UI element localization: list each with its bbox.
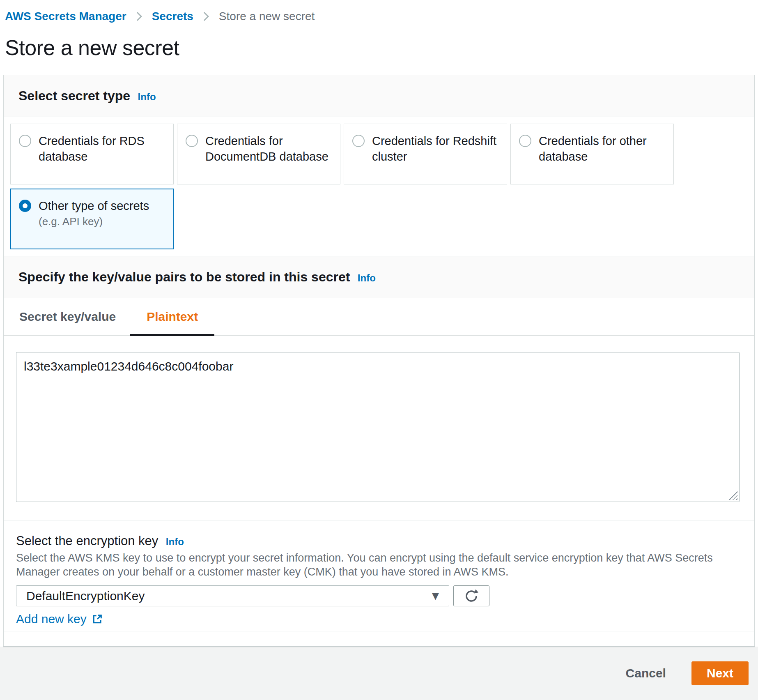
breadcrumb-chevron-icon: [202, 11, 210, 22]
keyvalue-section-header: Specify the key/value pairs to be stored…: [4, 256, 754, 298]
tab-secret-keyvalue[interactable]: Secret key/value: [4, 298, 130, 335]
plaintext-tab-panel: l33te3xample01234d646c8c004foobar: [4, 336, 754, 520]
refresh-keys-button[interactable]: [453, 585, 489, 606]
page-content: AWS Secrets Manager Secrets Store a new …: [0, 0, 758, 647]
radio-tile-label: Credentials for other database: [539, 133, 665, 164]
breadcrumb-chevron-icon: [136, 11, 143, 22]
radio-tile-label: Credentials for Redshift cluster: [372, 133, 498, 164]
keyvalue-section-heading: Specify the key/value pairs to be stored…: [18, 269, 350, 284]
plaintext-secret-textarea[interactable]: l33te3xample01234d646c8c004foobar: [16, 352, 740, 502]
keyvalue-section-info-link[interactable]: Info: [358, 272, 376, 283]
card-footer-strip: [4, 631, 754, 646]
radio-tile-redshift-cluster[interactable]: Credentials for Redshift cluster: [344, 124, 507, 184]
radio-tile-label: Other type of secrets: [39, 199, 149, 212]
encryption-key-select[interactable]: DefaultEncryptionKey ▼: [16, 585, 449, 606]
add-new-key-link[interactable]: Add new key: [16, 612, 103, 626]
encryption-key-selected-value: DefaultEncryptionKey: [26, 589, 145, 603]
next-button[interactable]: Next: [691, 661, 749, 685]
chevron-down-icon: ▼: [432, 591, 439, 601]
page-title: Store a new secret: [5, 35, 755, 60]
add-new-key-label: Add new key: [16, 612, 87, 626]
store-secret-card: Select secret type Info Credentials for …: [3, 75, 755, 647]
radio-tile-other-type-of-secrets[interactable]: Other type of secrets (e.g. API key): [10, 189, 174, 249]
secret-type-options: Credentials for RDS database Credentials…: [4, 117, 754, 256]
breadcrumb-link-secrets-manager[interactable]: AWS Secrets Manager: [5, 10, 126, 23]
radio-tile-other-database[interactable]: Credentials for other database: [510, 124, 674, 184]
radio-button-icon[interactable]: [19, 135, 31, 147]
encryption-key-info-link[interactable]: Info: [166, 536, 184, 547]
radio-tile-documentdb-database[interactable]: Credentials for DocumentDB database: [177, 124, 340, 184]
breadcrumb-current-page: Store a new secret: [219, 10, 315, 23]
select-secret-type-info-link[interactable]: Info: [138, 91, 156, 102]
tab-plaintext[interactable]: Plaintext: [130, 298, 214, 335]
cancel-button[interactable]: Cancel: [626, 666, 666, 680]
encryption-key-description: Select the AWS KMS key to use to encrypt…: [16, 551, 739, 579]
radio-tile-label: Credentials for DocumentDB database: [205, 133, 332, 164]
secret-value-tabs: Secret key/value Plaintext: [4, 298, 754, 336]
radio-tile-sublabel: (e.g. API key): [39, 214, 149, 228]
refresh-icon: [464, 589, 479, 603]
breadcrumb-link-secrets[interactable]: Secrets: [152, 10, 193, 23]
radio-button-icon[interactable]: [186, 135, 198, 147]
radio-button-icon[interactable]: [352, 135, 365, 147]
breadcrumb: AWS Secrets Manager Secrets Store a new …: [3, 0, 755, 23]
radio-button-icon[interactable]: [519, 135, 531, 147]
wizard-actions: Cancel Next: [0, 647, 758, 685]
select-secret-type-header: Select secret type Info: [4, 75, 754, 117]
external-link-icon: [92, 613, 103, 625]
radio-tile-rds-database[interactable]: Credentials for RDS database: [10, 124, 174, 184]
encryption-key-label: Select the encryption key: [16, 534, 158, 548]
radio-button-selected-icon[interactable]: [19, 200, 31, 212]
encryption-key-section: Select the encryption key Info Select th…: [4, 520, 754, 631]
select-secret-type-heading: Select secret type: [18, 88, 130, 103]
radio-tile-label: Credentials for RDS database: [39, 133, 165, 164]
